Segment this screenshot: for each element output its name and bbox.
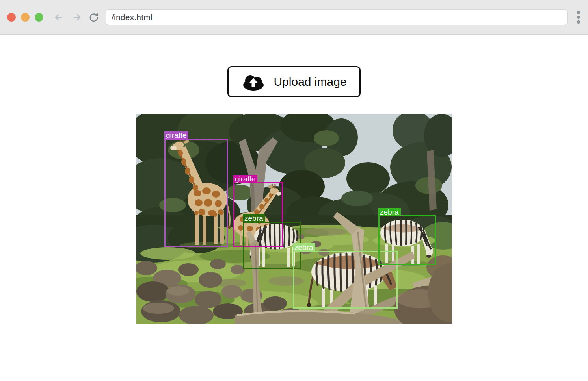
nav-controls xyxy=(52,10,101,24)
window-controls xyxy=(7,13,43,22)
detection-label: zebra xyxy=(293,243,315,252)
upload-button-label: Upload image xyxy=(274,75,346,89)
browser-chrome: /index.html xyxy=(0,0,588,35)
detection-image: giraffegiraffezebrazebrazebra xyxy=(136,114,452,324)
overflow-menu-icon[interactable] xyxy=(575,9,582,25)
detection-box-giraffe-1: giraffe xyxy=(164,139,228,247)
detection-box-zebra-3: zebra xyxy=(243,222,301,269)
detection-label: zebra xyxy=(378,208,401,216)
detection-label: giraffe xyxy=(233,175,257,183)
cloud-upload-icon xyxy=(241,73,266,91)
close-window-button[interactable] xyxy=(7,13,16,22)
detection-label: giraffe xyxy=(164,131,188,140)
forward-arrow-icon[interactable] xyxy=(69,10,84,24)
reload-icon[interactable] xyxy=(87,10,101,24)
minimize-window-button[interactable] xyxy=(21,13,30,22)
upload-image-button[interactable]: Upload image xyxy=(227,66,360,97)
url-text: /index.html xyxy=(112,13,153,22)
detections-overlay: giraffegiraffezebrazebrazebra xyxy=(136,114,452,324)
url-bar[interactable]: /index.html xyxy=(106,9,568,25)
zoom-window-button[interactable] xyxy=(35,13,43,22)
back-arrow-icon[interactable] xyxy=(52,10,66,24)
page-content: Upload image xyxy=(0,66,588,324)
detection-box-zebra-5: zebra xyxy=(378,215,436,265)
detection-label: zebra xyxy=(243,214,265,223)
